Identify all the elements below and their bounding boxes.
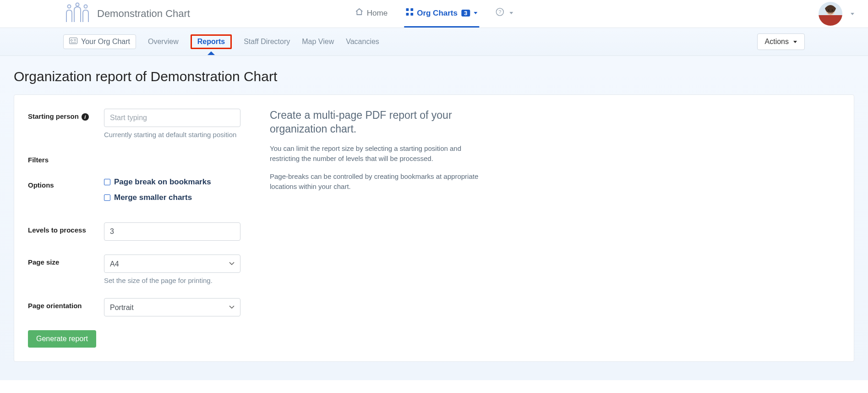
- tab-label: Reports: [197, 38, 225, 45]
- nav-home-label: Home: [367, 9, 388, 18]
- id-card-icon: [69, 38, 77, 46]
- tab-staff-directory[interactable]: Staff Directory: [244, 38, 290, 46]
- chart-tabs: Your Org Chart Overview Reports Staff Di…: [63, 34, 379, 49]
- svg-rect-4: [410, 8, 413, 11]
- starting-person-input[interactable]: [104, 109, 240, 127]
- org-chart-icon: [63, 2, 92, 26]
- pagesize-label: Page size: [28, 255, 104, 284]
- user-avatar[interactable]: [819, 2, 842, 26]
- grid-icon: [406, 8, 413, 18]
- chevron-down-icon[interactable]: [851, 13, 854, 15]
- home-icon: [355, 8, 363, 18]
- orientation-label: Page orientation: [28, 298, 104, 316]
- checkbox-icon: [104, 194, 110, 201]
- svg-rect-3: [406, 8, 409, 11]
- svg-point-1: [76, 3, 79, 6]
- nav-home[interactable]: Home: [353, 0, 389, 28]
- help-icon: ?: [496, 8, 504, 18]
- checkbox-merge-smaller[interactable]: Merge smaller charts: [104, 193, 253, 202]
- nav-orgcharts[interactable]: Org Charts 3: [404, 0, 479, 28]
- checkbox-page-break[interactable]: Page break on bookmarks: [104, 177, 253, 187]
- svg-point-13: [71, 39, 72, 41]
- page-body: Organization report of Demonstration Cha…: [0, 56, 868, 380]
- svg-point-10: [828, 10, 830, 11]
- actions-button[interactable]: Actions: [757, 33, 805, 50]
- svg-rect-5: [406, 13, 409, 16]
- tab-overview[interactable]: Overview: [148, 38, 179, 46]
- tab-label: Vacancies: [346, 38, 379, 45]
- tab-label: Staff Directory: [244, 38, 290, 45]
- svg-point-0: [68, 5, 71, 8]
- tab-label: Your Org Chart: [81, 38, 130, 46]
- chevron-down-icon: [509, 12, 513, 14]
- top-navbar: Demonstration Chart Home Org Charts 3 ?: [0, 0, 868, 28]
- brand: Demonstration Chart: [63, 2, 190, 26]
- options-label: Options: [28, 177, 104, 209]
- nav-orgcharts-label: Org Charts: [417, 9, 458, 18]
- svg-rect-6: [410, 13, 413, 16]
- starting-person-help: Currently starting at default starting p…: [104, 131, 253, 138]
- generate-report-button[interactable]: Generate report: [28, 330, 96, 348]
- tab-map-view[interactable]: Map View: [302, 38, 334, 46]
- tab-reports[interactable]: Reports: [191, 34, 232, 49]
- svg-point-11: [832, 10, 833, 11]
- chevron-down-icon: [793, 41, 797, 43]
- page-title: Organization report of Demonstration Cha…: [14, 69, 854, 84]
- tab-vacancies[interactable]: Vacancies: [346, 38, 379, 46]
- chevron-down-icon: [474, 12, 477, 14]
- checkbox-label: Page break on bookmarks: [114, 177, 211, 187]
- info-paragraph: Page-breaks can be controlled by creatin…: [270, 172, 479, 192]
- brand-title: Demonstration Chart: [97, 8, 190, 20]
- report-form: Starting person i Currently starting at …: [28, 109, 253, 348]
- svg-point-2: [84, 5, 87, 8]
- checkbox-icon: [104, 179, 110, 185]
- orgcharts-count-badge: 3: [461, 10, 470, 17]
- info-icon[interactable]: i: [82, 113, 89, 121]
- tab-label: Overview: [148, 38, 179, 45]
- info-panel: Create a multi-page PDF report of your o…: [270, 109, 479, 348]
- top-right-controls: [819, 2, 854, 26]
- primary-nav: Home Org Charts 3 ?: [353, 0, 515, 28]
- nav-help[interactable]: ?: [494, 0, 515, 28]
- levels-label: Levels to process: [28, 222, 104, 241]
- sub-navbar: Your Org Chart Overview Reports Staff Di…: [0, 28, 868, 56]
- report-card: Starting person i Currently starting at …: [14, 94, 854, 362]
- checkbox-label: Merge smaller charts: [114, 193, 192, 202]
- info-title: Create a multi-page PDF report of your o…: [270, 109, 479, 136]
- tab-label: Map View: [302, 38, 334, 45]
- levels-input[interactable]: [104, 222, 240, 241]
- starting-person-label: Starting person i: [28, 109, 104, 138]
- filters-label: Filters: [28, 152, 104, 164]
- orientation-select[interactable]: Portrait: [104, 298, 240, 316]
- pagesize-select[interactable]: A4: [104, 255, 240, 273]
- pagesize-help: Set the size of the page for printing.: [104, 277, 253, 284]
- tab-your-org-chart[interactable]: Your Org Chart: [63, 34, 136, 49]
- info-paragraph: You can limit the report size by selecti…: [270, 144, 479, 164]
- svg-text:?: ?: [498, 9, 501, 15]
- actions-label: Actions: [765, 38, 789, 46]
